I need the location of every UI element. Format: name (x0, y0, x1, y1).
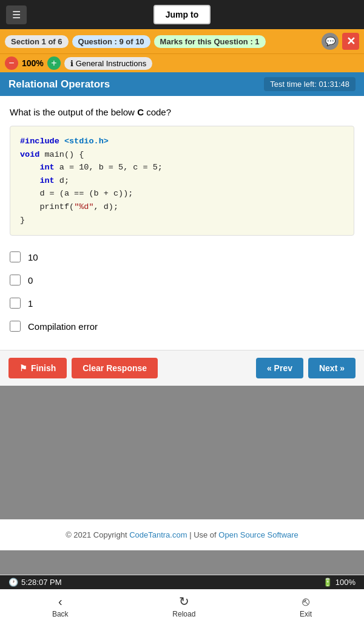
code-line-7: } (20, 214, 344, 227)
zoom-plus-button[interactable]: + (47, 56, 61, 70)
options-section: 10 0 1 Compilation error (0, 242, 364, 350)
section-badge: Section 1 of 6 (5, 35, 69, 48)
back-button[interactable]: ‹ Back (52, 595, 69, 618)
option-checkbox-1[interactable] (10, 251, 21, 262)
reload-icon: ↻ (179, 594, 189, 609)
option-checkbox-4[interactable] (10, 321, 21, 332)
back-label: Back (52, 610, 69, 618)
option-item[interactable]: Compilation error (10, 321, 354, 332)
option-item[interactable]: 0 (10, 275, 354, 285)
close-button[interactable]: ✕ (342, 33, 359, 50)
option-checkbox-3[interactable] (10, 298, 21, 309)
clock-icon: 🕐 (8, 578, 18, 587)
reload-button[interactable]: ↻ Reload (172, 594, 195, 618)
status-right: 🔋 100% (323, 578, 356, 587)
nav-buttons: « Prev Next » (256, 358, 356, 378)
language-label: C (137, 107, 144, 117)
finish-label: Finish (31, 363, 56, 373)
zoom-bar: − 100% + ℹ General Instructions (0, 53, 364, 72)
exit-icon: ⎋ (302, 595, 309, 609)
bottom-nav: ‹ Back ↻ Reload ⎋ Exit (0, 589, 364, 622)
hamburger-button[interactable]: ☰ (6, 5, 27, 24)
option-item[interactable]: 10 (10, 251, 354, 262)
info-icon: ℹ (70, 59, 73, 68)
timer-label: Test time left: (270, 80, 317, 89)
option-label-4[interactable]: Compilation error (28, 321, 98, 332)
gray-area (0, 386, 364, 519)
marks-badge: Marks for this Question : 1 (154, 35, 266, 48)
question-header: Relational Operators Test time left: 01:… (0, 72, 364, 96)
next-button[interactable]: Next » (308, 358, 356, 378)
option-label-2[interactable]: 0 (28, 275, 33, 285)
finish-icon: ⚑ (19, 363, 27, 373)
zoom-value: 100% (22, 58, 44, 68)
code-line-1: #include <stdio.h> (20, 135, 344, 148)
question-body: What is the output of the below C code? … (0, 96, 364, 242)
status-time: 5:28:07 PM (21, 578, 62, 587)
copyright-text: © 2021 Copyright (66, 530, 127, 539)
timer-value: 01:31:48 (318, 80, 349, 89)
info-bar: Section 1 of 6 Question : 9 of 10 Marks … (0, 29, 364, 53)
footer-copyright: © 2021 Copyright CodeTantra.com | Use of… (0, 519, 364, 550)
finish-button[interactable]: ⚑ Finish (8, 358, 67, 378)
site-link[interactable]: CodeTantra.com (129, 530, 187, 539)
option-checkbox-2[interactable] (10, 275, 21, 285)
prev-button[interactable]: « Prev (256, 358, 303, 378)
battery-icon: 🔋 (323, 578, 332, 587)
question-title: Relational Operators (8, 78, 110, 91)
back-icon: ‹ (58, 595, 62, 609)
status-bar: 🕐 5:28:07 PM 🔋 100% (0, 575, 364, 589)
timer: Test time left: 01:31:48 (264, 77, 356, 91)
zoom-minus-button[interactable]: − (5, 56, 18, 70)
exit-button[interactable]: ⎋ Exit (300, 595, 312, 618)
option-label-1[interactable]: 10 (28, 252, 38, 262)
code-line-3: int a = 10, b = 5, c = 5; (20, 161, 344, 174)
general-instructions-button[interactable]: ℹ General Instructions (64, 57, 152, 70)
status-left: 🕐 5:28:07 PM (8, 578, 62, 587)
reload-label: Reload (172, 610, 195, 618)
jump-to-button[interactable]: Jump to (153, 5, 211, 24)
code-line-4: int d; (20, 174, 344, 188)
top-nav: ☰ Jump to (0, 0, 364, 29)
oss-link[interactable]: Open Source Software (218, 530, 298, 539)
separator: | Use of (189, 530, 217, 539)
question-text: What is the output of the below C code? (10, 107, 354, 117)
option-item[interactable]: 1 (10, 298, 354, 309)
main-container: Section 1 of 6 Question : 9 of 10 Marks … (0, 29, 364, 386)
left-actions: ⚑ Finish Clear Response (8, 358, 158, 378)
bottom-bar: 🕐 5:28:07 PM 🔋 100% ‹ Back ↻ Reload ⎋ Ex… (0, 575, 364, 622)
exit-label: Exit (300, 610, 312, 618)
code-block: #include <stdio.h> void main() { int a =… (10, 126, 354, 236)
battery-level: 100% (335, 578, 356, 587)
action-bar: ⚑ Finish Clear Response « Prev Next » (0, 350, 364, 386)
general-instructions-label: General Instructions (76, 59, 146, 68)
clear-response-button[interactable]: Clear Response (72, 358, 158, 378)
chat-icon[interactable]: 💬 (322, 33, 339, 50)
code-line-5: d = (a == (b + c)); (20, 187, 344, 200)
code-line-2: void main() { (20, 148, 344, 162)
option-label-3[interactable]: 1 (28, 298, 33, 309)
question-badge: Question : 9 of 10 (72, 35, 150, 48)
code-line-6: printf("%d", d); (20, 200, 344, 214)
